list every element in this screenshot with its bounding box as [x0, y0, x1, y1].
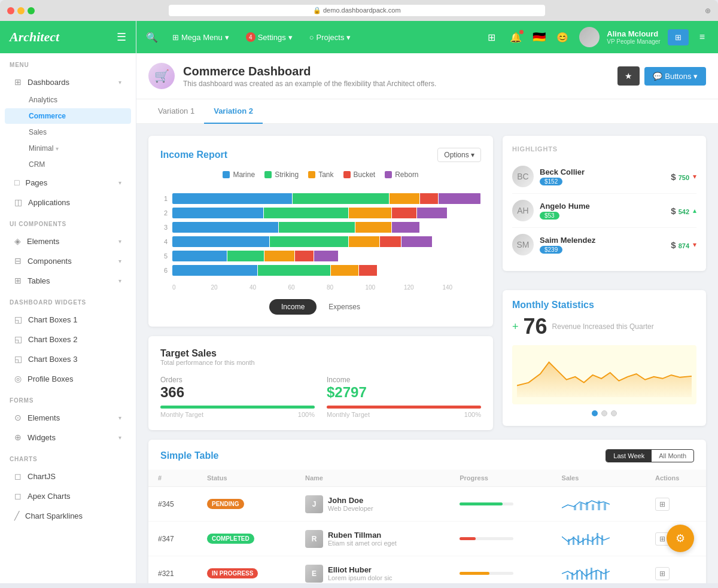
income-report-card: Income Report Options ▾ Marine Striking	[148, 136, 493, 327]
apex-charts-icon: ◻	[14, 491, 22, 501]
svg-rect-2	[586, 502, 588, 510]
sidebar-item-applications[interactable]: ◫ Applications	[5, 193, 131, 212]
cell-sales	[552, 522, 646, 556]
forms-elements-icon: ⊙	[14, 413, 22, 422]
favorite-button[interactable]: ★	[617, 66, 640, 86]
svg-rect-6	[568, 539, 570, 545]
page-subtitle: This dashboard was created as an example…	[183, 80, 436, 88]
main-content: 🔍 ⊞ Mega Menu ▾ 4 Settings ▾ ○ Projects …	[136, 21, 718, 583]
table-row: #345 PENDING J John Doe Web Developer	[148, 487, 706, 522]
carousel-dots	[512, 410, 696, 416]
svg-rect-4	[598, 501, 600, 510]
sidebar-item-dashboards[interactable]: ⊞ Dashboards ▾	[5, 72, 131, 92]
smiley-button[interactable]: 😊	[553, 28, 572, 47]
notification-button[interactable]: 🔔	[506, 28, 525, 47]
page-header-icon: 🛒	[148, 63, 175, 89]
buttons-dropdown[interactable]: 💬 Buttons ▾	[644, 67, 706, 86]
svg-rect-9	[582, 538, 584, 545]
highlight-avatar-2: AH	[512, 200, 534, 221]
sidebar-item-forms-elements[interactable]: ⊙ Elements ▾	[5, 408, 131, 427]
svg-rect-11	[592, 537, 594, 545]
bar-row: 1	[160, 193, 481, 204]
sidebar-item-chart-boxes-1[interactable]: ◱ Chart Boxes 1	[5, 310, 131, 329]
trend-icon-2: ▴	[693, 206, 696, 215]
col-id: #	[148, 470, 197, 487]
svg-rect-15	[571, 572, 573, 580]
legend-reborn: Reborn	[385, 170, 418, 179]
search-icon[interactable]: 🔍	[146, 32, 158, 43]
settings-button[interactable]: 4 Settings ▾	[241, 30, 297, 44]
projects-button[interactable]: ○ Projects ▾	[305, 31, 356, 44]
sidebar-item-pages[interactable]: □ Pages ▾	[5, 173, 131, 192]
svg-rect-3	[592, 504, 594, 510]
page-header: 🛒 Commerce Dashboard This dashboard was …	[136, 53, 718, 99]
carousel-dot-3[interactable]	[611, 410, 617, 416]
table-title: Simple Table	[160, 450, 219, 461]
chart-legend: Marine Striking Tank	[160, 170, 481, 179]
sidebar-item-profile-boxes[interactable]: ◎ Profile Boxes	[5, 369, 131, 388]
language-flag[interactable]: 🇩🇪	[533, 31, 546, 44]
svg-rect-1	[580, 503, 582, 510]
row-avatar: E	[305, 565, 323, 583]
x-axis: 0 20 40 60 80 100 120 140	[160, 284, 481, 291]
applications-icon: ◫	[14, 197, 22, 207]
last-week-toggle[interactable]: Last Week	[606, 450, 652, 462]
topbar: 🔍 ⊞ Mega Menu ▾ 4 Settings ▾ ○ Projects …	[136, 21, 718, 53]
cell-name: J John Doe Web Developer	[296, 487, 450, 522]
sidebar-item-chart-boxes-3[interactable]: ◱ Chart Boxes 3	[5, 349, 131, 368]
notification-dot	[519, 30, 524, 34]
bar-row: 4	[160, 236, 481, 247]
col-sales: Sales	[552, 470, 646, 487]
expenses-toggle[interactable]: Expenses	[317, 299, 372, 315]
settings-fab[interactable]: ⚙	[667, 525, 694, 552]
user-info: Alina Mclourd VP People Manager	[607, 29, 660, 45]
tab-variation1[interactable]: Variation 1	[148, 99, 204, 124]
row-action-button[interactable]: ⊞	[655, 498, 670, 511]
simple-table: # Status Name Progress Sales Actions #34…	[148, 470, 706, 583]
svg-rect-0	[574, 505, 576, 510]
sidebar-item-tables[interactable]: ⊞ Tables ▾	[5, 271, 131, 290]
tables-icon: ⊞	[14, 276, 22, 285]
row-action-button[interactable]: ⊞	[655, 567, 670, 580]
menu-section-label: MENU	[0, 53, 136, 72]
table-row: #347 COMPLETED R Ruben Tillman Etiam sit…	[148, 522, 706, 556]
cell-id: #321	[148, 556, 197, 584]
svg-rect-19	[591, 568, 592, 580]
sidebar-item-chart-boxes-2[interactable]: ◱ Chart Boxes 2	[5, 330, 131, 349]
sidebar-item-components[interactable]: ⊟ Components ▾	[5, 251, 131, 270]
target-title: Target Sales	[160, 348, 481, 359]
user-avatar[interactable]	[579, 27, 600, 47]
carousel-dot-2[interactable]	[601, 410, 607, 416]
ui-components-label: UI COMPONENTS	[0, 212, 136, 231]
sidebar-sub-crm[interactable]: CRM	[5, 157, 131, 172]
apps-grid-button[interactable]: ⊞	[484, 28, 499, 47]
sidebar-item-chart-sparklines[interactable]: ╱ Chart Sparklines	[5, 506, 131, 525]
chart-toggle: Income Expenses	[160, 299, 481, 315]
carousel-dot-1[interactable]	[592, 410, 598, 416]
mega-menu-button[interactable]: ⊞ Mega Menu ▾	[168, 31, 234, 44]
income-toggle[interactable]: Income	[269, 299, 317, 315]
sidebar-item-elements[interactable]: ◈ Elements ▾	[5, 231, 131, 251]
cell-status: IN PROGRESS	[197, 556, 296, 584]
logo-text: Architect	[10, 29, 59, 45]
tab-variation2[interactable]: Variation 2	[204, 99, 263, 124]
sidebar-item-widgets[interactable]: ⊕ Widgets ▾	[5, 428, 131, 447]
options-button[interactable]: Options ▾	[437, 148, 481, 162]
sidebar-menu-icon[interactable]: ☰	[117, 31, 126, 44]
highlight-row-3: SM Saim Melendez $239 $ 874 ▾	[512, 228, 696, 261]
all-month-toggle[interactable]: All Month	[652, 450, 693, 462]
sidebar-sub-minimal[interactable]: Minimal ▾	[5, 141, 131, 156]
topbar-more-button[interactable]: ≡	[696, 28, 708, 46]
sidebar-item-apex-charts[interactable]: ◻ Apex Charts	[5, 486, 131, 505]
sidebar-sub-analytics[interactable]: Analytics	[5, 92, 131, 108]
highlight-row-1: BC Beck Collier $152 $ 750 ▾	[512, 160, 696, 194]
sidebar-sub-sales[interactable]: Sales	[5, 124, 131, 140]
bar-row: 5	[160, 251, 481, 261]
sidebar-sub-commerce[interactable]: Commerce	[5, 108, 131, 124]
topbar-actions-button[interactable]: ⊞	[668, 29, 689, 45]
income-stat: Income $2797 Monthly Target 100%	[327, 376, 481, 418]
sidebar-logo: Architect ☰	[0, 21, 136, 53]
row-avatar: R	[305, 530, 323, 548]
sidebar-item-chartjs[interactable]: ◻ ChartJS	[5, 467, 131, 486]
svg-rect-10	[587, 534, 589, 545]
